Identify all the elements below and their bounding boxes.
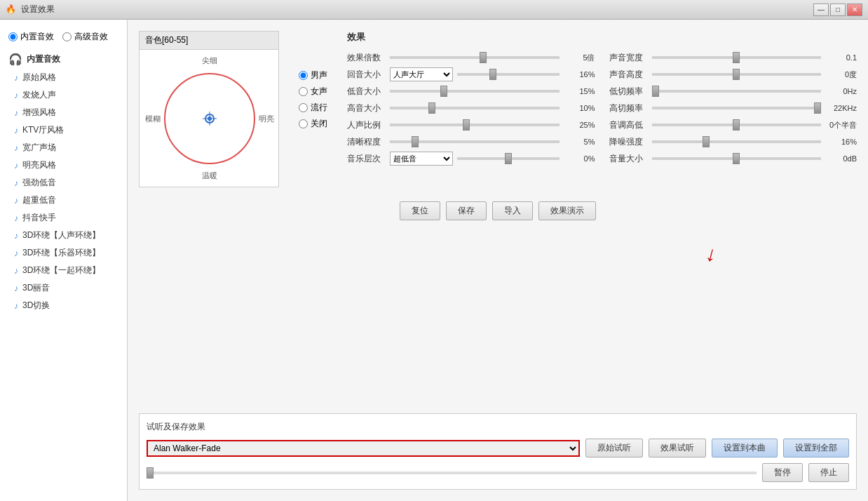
tone-circle-outer[interactable]: [164, 73, 255, 164]
import-button[interactable]: 导入: [492, 201, 533, 220]
slider-track-r6[interactable]: [652, 157, 822, 160]
slider-thumb-1[interactable]: [489, 69, 496, 80]
builtin-radio-label[interactable]: 内置音效: [8, 31, 54, 43]
slider-track-3[interactable]: [390, 107, 560, 109]
progress-thumb[interactable]: [147, 467, 154, 479]
set-all-songs-button[interactable]: 设置到全部: [783, 439, 849, 457]
slider-track-r3[interactable]: [652, 107, 822, 109]
sidebar-item-7[interactable]: ♪ 超重低音: [0, 192, 127, 209]
sidebar-item-6[interactable]: ♪ 强劲低音: [0, 174, 127, 192]
effect-value-6: 0%: [564, 154, 595, 163]
music-note-icon: ♪: [14, 161, 18, 171]
sidebar-item-0[interactable]: ♪ 原始风格: [0, 69, 127, 86]
original-listen-button[interactable]: 原始试听: [585, 439, 643, 457]
music-note-icon: ♪: [14, 178, 18, 188]
female-voice-label[interactable]: 女声: [299, 86, 327, 98]
tone-label-top: 尖细: [202, 55, 217, 66]
sidebar-item-1[interactable]: ♪ 发烧人声: [0, 86, 127, 104]
sidebar-item-9[interactable]: ♪ 3D环绕【人声环绕】: [0, 227, 127, 244]
sidebar-item-2[interactable]: ♪ 增强风格: [0, 104, 127, 121]
sidebar-item-10[interactable]: ♪ 3D环绕【乐器环绕】: [0, 244, 127, 262]
slider-track-r2[interactable]: [652, 90, 822, 93]
tone-panel: 音色[60-55] 尖细 温暖 模糊 明亮: [139, 31, 279, 187]
minimize-button[interactable]: —: [813, 4, 829, 16]
effect-label-r2: 低切频率: [609, 86, 648, 98]
slider-thumb-2[interactable]: [440, 86, 447, 97]
reverb-select[interactable]: 人声大厅: [390, 67, 453, 81]
slider-track-r5[interactable]: [652, 140, 822, 143]
off-voice-radio[interactable]: [299, 119, 308, 128]
tone-label-bottom: 温暖: [202, 171, 217, 181]
music-note-icon: ♪: [14, 213, 18, 223]
sidebar-item-3[interactable]: ♪ KTV厅风格: [0, 121, 127, 139]
slider-track-4[interactable]: [390, 123, 560, 126]
male-voice-label[interactable]: 男声: [299, 69, 327, 81]
set-this-song-button[interactable]: 设置到本曲: [712, 439, 778, 457]
slider-thumb-4[interactable]: [463, 119, 470, 131]
slider-container-4: [390, 123, 560, 126]
slider-thumb-r6[interactable]: [733, 153, 740, 164]
close-button[interactable]: ✕: [847, 4, 862, 16]
pop-voice-radio[interactable]: [299, 103, 308, 112]
sidebar-item-13[interactable]: ♪ 3D切换: [0, 297, 127, 314]
stop-button[interactable]: 停止: [808, 463, 849, 482]
slider-thumb-5[interactable]: [412, 136, 419, 147]
slider-thumb-6[interactable]: [505, 153, 512, 164]
slider-track-6[interactable]: [457, 157, 560, 160]
demo-button[interactable]: 效果演示: [538, 201, 596, 220]
advanced-radio-label[interactable]: 高级音效: [62, 31, 108, 43]
song-select[interactable]: Alan Walker-Fade: [147, 440, 580, 457]
effect-value-5: 5%: [564, 138, 595, 146]
male-voice-radio[interactable]: [299, 71, 308, 80]
slider-thumb-r3[interactable]: [814, 102, 821, 114]
slider-track-5[interactable]: [390, 140, 560, 143]
advanced-radio[interactable]: [62, 32, 72, 41]
slider-thumb-r4[interactable]: [733, 119, 740, 131]
effect-row-r3: 高切频率 22KHz: [609, 100, 857, 116]
music-note-icon: ♪: [14, 196, 18, 206]
reset-button[interactable]: 复位: [400, 201, 440, 220]
action-buttons: 复位 保存 导入 效果演示: [139, 201, 857, 220]
maximize-button[interactable]: □: [830, 4, 846, 16]
effect-row-r1: 声音高度 0度: [609, 66, 857, 83]
sidebar-item-5[interactable]: ♪ 明亮风格: [0, 156, 127, 174]
effect-listen-button[interactable]: 效果试听: [649, 439, 706, 457]
slider-track-1[interactable]: [457, 73, 560, 76]
slider-track-0[interactable]: [390, 56, 560, 59]
slider-container-2: [390, 90, 560, 93]
slider-track-r1[interactable]: [652, 73, 822, 76]
slider-container-r5: [652, 140, 822, 143]
slider-track-r4[interactable]: [652, 123, 822, 126]
slider-thumb-r5[interactable]: [703, 136, 710, 147]
sidebar-item-11[interactable]: ♪ 3D环绕【一起环绕】: [0, 262, 127, 279]
slider-container-0: [390, 56, 560, 59]
slider-thumb-r1[interactable]: [733, 69, 740, 80]
slider-track-r0[interactable]: [652, 56, 822, 59]
sidebar-item-8[interactable]: ♪ 抖音快手: [0, 209, 127, 227]
pause-button[interactable]: 暂停: [762, 463, 803, 482]
window-controls: — □ ✕: [813, 4, 862, 16]
builtin-radio[interactable]: [8, 32, 18, 41]
effect-row-r0: 声音宽度 0.1: [609, 49, 857, 66]
slider-container-5: [390, 140, 560, 143]
slider-container-1: [457, 73, 560, 76]
title-bar: 🔥 设置效果 — □ ✕: [0, 0, 868, 20]
music-note-icon: ♪: [14, 266, 18, 276]
pop-voice-label[interactable]: 流行: [299, 102, 327, 114]
bottom-section-title: 试听及保存效果: [147, 421, 849, 433]
slider-thumb-3[interactable]: [428, 102, 435, 114]
slider-track-2[interactable]: [390, 90, 560, 93]
progress-track[interactable]: [147, 472, 757, 474]
tone-panel-body: 尖细 温暖 模糊 明亮: [140, 50, 280, 187]
music-note-icon: ♪: [14, 248, 18, 258]
sidebar-item-4[interactable]: ♪ 宽广声场: [0, 139, 127, 156]
slider-thumb-r0[interactable]: [733, 52, 740, 63]
save-button[interactable]: 保存: [446, 201, 487, 220]
slider-thumb-r2[interactable]: [652, 86, 659, 97]
music-layer-select[interactable]: 超低音: [390, 152, 453, 166]
female-voice-radio[interactable]: [299, 87, 308, 96]
sidebar-item-12[interactable]: ♪ 3D丽音: [0, 279, 127, 297]
effect-label-4: 人声比例: [347, 119, 386, 131]
off-voice-label[interactable]: 关闭: [299, 118, 327, 130]
slider-thumb-0[interactable]: [480, 52, 487, 63]
